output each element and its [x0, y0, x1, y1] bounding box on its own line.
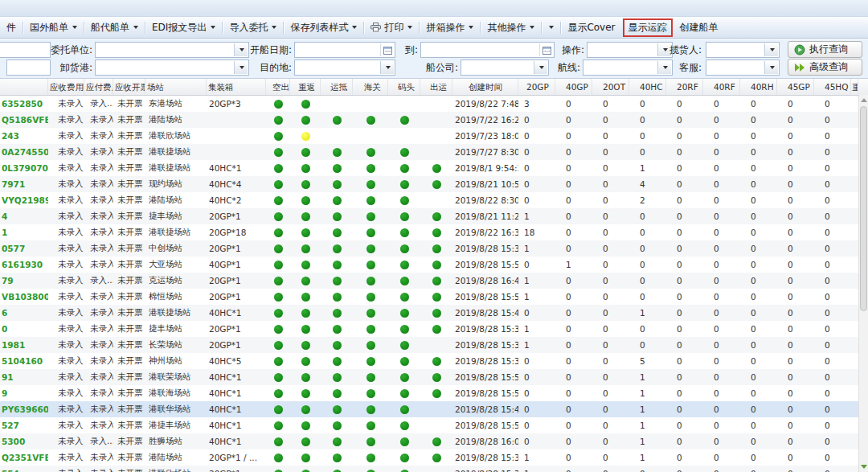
table-row[interactable]: Q5186VFB未录入未录入未开票港陆场站2019/7/22 16:27:080… — [0, 112, 868, 128]
col-header-customs[interactable]: 海关 — [353, 79, 388, 95]
cell-45hq: 0 — [814, 179, 851, 189]
cell-40rh: 0 — [740, 324, 777, 334]
etd-from-field[interactable] — [294, 42, 395, 58]
table-row[interactable]: Q2351VFB未录入未录入未开票港陆场站20GP*1 / ...2019/8/… — [0, 449, 868, 466]
col-header-empty-out[interactable]: 空出 — [266, 79, 290, 95]
advanced-query-button[interactable]: 高级查询 — [788, 59, 862, 76]
scroll-down-icon[interactable] — [860, 463, 867, 470]
col-header-40hc[interactable]: 40HC — [629, 79, 666, 95]
cell-40rf: 0 — [703, 99, 740, 109]
table-row[interactable]: 79未录入录入...未开票克运场站20GP*12019/8/28 16:47:4… — [0, 273, 868, 289]
menu-item-consol-ops[interactable]: 拼箱操作 — [420, 18, 479, 37]
table-row[interactable]: 6未录入未录入未开票港联捷场站40HC*12019/8/28 15:47:370… — [0, 305, 868, 321]
cell-20gp: 0 — [518, 163, 555, 173]
menu-item-show-cover[interactable]: 显示Cover — [562, 18, 620, 37]
table-row[interactable]: 5300未录入录入...未开票胜狮场站40HC*12019/8/28 16:06… — [0, 433, 868, 449]
menu-item-edi-export[interactable]: EDI报文导出 — [146, 18, 221, 37]
carrier-field[interactable] — [461, 60, 549, 76]
menu-item-save-list-style[interactable]: 保存列表样式 — [285, 18, 362, 37]
cell-job-no: 243 — [0, 131, 48, 141]
menu-item-create-bill[interactable]: 创建船单 — [674, 18, 724, 37]
scroll-up-icon[interactable] — [860, 96, 867, 104]
col-header-created-time[interactable]: 创建时间 — [452, 79, 518, 95]
route-field[interactable] — [583, 60, 673, 76]
table-row[interactable]: 527未录入未录入未开票港捷丰场站40HC*12019/8/28 15:57:0… — [0, 417, 868, 433]
table-row[interactable]: PY6396600未录入未录入未开票港联华场站40HC*12019/8/28 1… — [0, 401, 868, 417]
col-header-departure[interactable]: 出运 — [420, 79, 452, 95]
menu-item-overseas-bill[interactable]: 国外船单 — [24, 18, 83, 37]
col-header-40rh[interactable]: 40RH — [740, 79, 777, 95]
col-header-40rf[interactable]: 40RF — [703, 79, 740, 95]
table-row[interactable]: 9未录入未录入未开票港联海场站40HC*12019/8/28 15:50:370… — [0, 385, 868, 401]
combo-dropdown-icon[interactable] — [657, 61, 671, 74]
vertical-scrollbar[interactable] — [858, 95, 868, 472]
operator-field[interactable] — [587, 42, 673, 58]
menu-item-show-tracking[interactable]: 显示运踪 — [623, 18, 673, 37]
calendar-icon — [542, 46, 551, 55]
status-green-dot — [301, 405, 310, 414]
table-row[interactable]: 1未录入未录入未开票港联捷场站20GP*182019/8/22 16:30:05… — [0, 224, 868, 240]
cell-40rf: 0 — [703, 244, 740, 253]
table-row[interactable]: 0A2745500未录入未录入未开票港联捷场站2019/7/27 8:30:34… — [0, 144, 868, 160]
col-header-arrival[interactable]: 运抵 — [321, 79, 353, 95]
col-header-heavy-return[interactable]: 重返 — [290, 79, 321, 95]
client-field[interactable] — [95, 42, 249, 58]
table-row[interactable]: VYQ21989未录入未录入未开票港陆场站40HC*22019/8/22 8:3… — [0, 192, 868, 208]
calendar-picker-icon[interactable] — [539, 43, 553, 56]
col-header-20ot[interactable]: 20OT — [592, 79, 629, 95]
combo-dropdown-icon[interactable] — [380, 61, 394, 74]
cell-fee-receivable: 未录入 — [48, 420, 84, 431]
table-row[interactable]: 6161930未录入未录入未开票大亚场站40GP*12019/8/28 15:5… — [0, 257, 868, 273]
cell-20rf: 0 — [666, 211, 703, 221]
cell-yard: 胜狮场站 — [145, 436, 207, 447]
destination-field[interactable] — [294, 60, 395, 76]
col-header-terminal[interactable]: 码头 — [388, 79, 420, 95]
menu-item-other-ops[interactable]: 其他操作 — [481, 18, 540, 37]
cell-heavy-return — [290, 293, 321, 302]
cell-invoice-status: 未开票 — [113, 388, 145, 399]
canvasser-field[interactable] — [706, 42, 780, 58]
table-row[interactable]: 4未录入未录入未开票捷丰场站20GP*12019/8/21 11:22:0410… — [0, 208, 868, 224]
table-row[interactable]: 0577未录入未录入未开票中创场站20GP*12019/8/28 15:35:0… — [0, 240, 868, 257]
combo-dropdown-icon[interactable] — [764, 43, 778, 56]
table-row[interactable]: 7971未录入未录入未开票现约场站40HC*42019/8/21 10:59:2… — [0, 176, 868, 192]
col-header-20gp[interactable]: 20GP — [518, 79, 555, 95]
col-header-45hq[interactable]: 45HQ — [814, 79, 851, 95]
menu-item-agent-bill[interactable]: 船代船单 — [85, 18, 144, 37]
table-row[interactable]: 5104160未录入未录入未开票神州场站40HC*52019/8/28 15:3… — [0, 353, 868, 369]
col-header-45gp[interactable]: 45GP — [777, 79, 814, 95]
col-header-heavy-box-partial[interactable]: 重箱 — [851, 79, 858, 95]
table-row[interactable]: 91未录入未录入未开票港联荣场站40HC*12019/8/28 15:55:59… — [0, 369, 868, 385]
col-header-containers[interactable]: 集装箱 — [207, 79, 266, 95]
discharge-port-field[interactable] — [95, 60, 249, 76]
col-header-40gp[interactable]: 40GP — [555, 79, 592, 95]
col-header-fee-payable[interactable]: 应付费用 — [84, 79, 113, 95]
run-query-button[interactable]: 执行查询 — [788, 41, 862, 58]
table-row[interactable]: 0未录入未录入未开票捷丰场站20GP*12019/8/28 15:33:2610… — [0, 321, 868, 337]
col-header-yard[interactable]: 场站 — [145, 79, 207, 95]
col-header-invoice-status[interactable]: 应收开票 — [113, 79, 145, 95]
menu-item-partial-left[interactable]: 件 — [1, 18, 22, 37]
table-row[interactable]: 0L3790700未录入未录入未开票港联捷场站40HC*12019/8/1 9:… — [0, 160, 868, 176]
scrollbar-thumb[interactable] — [860, 106, 867, 311]
table-row[interactable]: 1981未录入未录入未开票长荣场站20GP*12019/8/28 15:32:3… — [0, 337, 868, 353]
service-field[interactable] — [706, 60, 780, 76]
cell-yard: 港陆场站 — [145, 452, 207, 463]
keyword-bottom-field[interactable] — [6, 60, 51, 76]
table-row[interactable]: 6352850未录入录入...未开票东港场站20GP*32019/8/22 7:… — [0, 96, 868, 112]
combo-dropdown-icon[interactable] — [534, 61, 547, 74]
combo-dropdown-icon[interactable] — [764, 61, 778, 74]
col-header-job-no[interactable] — [0, 79, 48, 95]
col-header-fee-receivable[interactable]: 应收费用 — [48, 79, 84, 95]
etd-to-field[interactable] — [420, 42, 555, 58]
menu-item-extra-dropdown[interactable] — [542, 23, 559, 31]
menu-item-import-consign[interactable]: 导入委托 — [223, 18, 282, 37]
table-row[interactable]: 243未录入未录入未开票港联欣场站2019/7/23 18:01:5700000… — [0, 128, 868, 144]
table-row[interactable]: VB1038004未录入未录入未开票棉恒场站20GP*12019/8/28 15… — [0, 289, 868, 305]
col-header-20rf[interactable]: 20RF — [666, 79, 703, 95]
combo-dropdown-icon[interactable] — [234, 61, 248, 74]
cell-40rf: 0 — [703, 179, 740, 189]
table-row[interactable]: 554未录入未录入未开票港联欣场站20GP*12019/8/28 15:36:0… — [0, 466, 868, 472]
menu-item-print[interactable]: 打印 — [365, 18, 418, 37]
cell-20ot: 0 — [592, 308, 629, 318]
